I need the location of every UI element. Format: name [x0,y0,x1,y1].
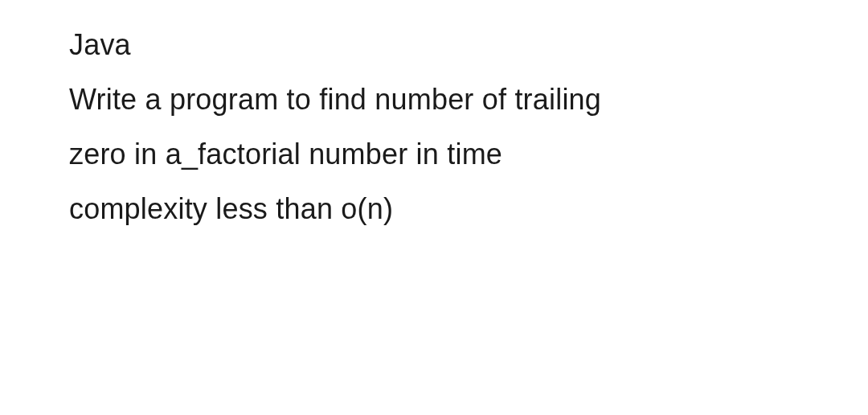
prompt-line-3: complexity less than o(n) [69,182,788,236]
language-label: Java [69,18,788,72]
prompt-line-1: Write a program to find number of traili… [69,72,788,127]
problem-statement: Java Write a program to find number of t… [0,0,868,236]
prompt-line-2: zero in a_factorial number in time [69,127,788,182]
